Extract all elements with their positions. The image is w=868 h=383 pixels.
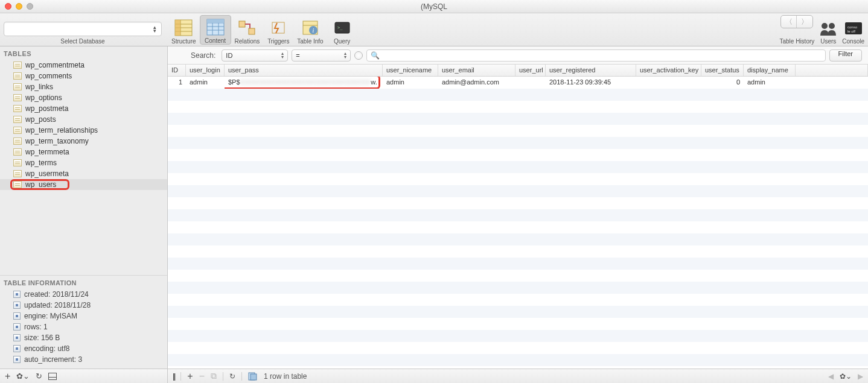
table-info-item: rows: 1 <box>0 321 167 332</box>
table-header-row: IDuser_loginuser_passuser_nicenameuser_e… <box>168 65 868 77</box>
add-row-button[interactable]: + <box>187 371 193 382</box>
page-gear-icon[interactable]: ✿⌄ <box>840 372 852 381</box>
main-content: Search: ID▴▾ =▴▾ 🔍 Filter IDuser_loginus… <box>168 46 868 383</box>
sidebar-table-wp-commentmeta[interactable]: wp_commentmeta <box>0 60 167 71</box>
sidebar-table-wp-term-relationships[interactable]: wp_term_relationships <box>0 125 167 136</box>
svg-rect-14 <box>249 28 255 34</box>
sidebar-table-wp-termmeta[interactable]: wp_termmeta <box>0 147 167 157</box>
table-icon <box>13 127 22 134</box>
sidebar-item-label: wp_posts <box>25 115 56 124</box>
svg-point-22 <box>822 23 828 29</box>
cell-user-registered[interactable]: 2018-11-23 09:39:45 <box>546 77 636 89</box>
cell-user-url[interactable] <box>515 77 546 89</box>
sidebar-table-wp-options[interactable]: wp_options <box>0 92 167 103</box>
column-header-user-pass[interactable]: user_pass <box>225 65 383 76</box>
svg-rect-30 <box>251 374 257 380</box>
pagination-icon[interactable] <box>248 372 258 381</box>
triggers-button[interactable]: Triggers <box>263 16 293 45</box>
info-icon <box>13 323 21 331</box>
structure-button[interactable]: Structure <box>168 16 200 45</box>
table-gear-icon[interactable]: ✿⌄ <box>16 372 30 381</box>
table-info-button[interactable]: i Table Info <box>293 16 327 45</box>
info-icon <box>13 356 21 363</box>
tables-header: TABLES <box>0 46 167 60</box>
row-count-label: 1 row in table <box>264 372 307 381</box>
column-header-user-url[interactable]: user_url <box>515 65 546 76</box>
history-back-icon[interactable]: 〈 <box>781 16 797 28</box>
sidebar-table-wp-usermeta[interactable]: wp_usermeta <box>0 168 167 179</box>
add-table-button[interactable]: + <box>5 371 10 382</box>
search-radio[interactable] <box>354 51 363 60</box>
sidebar-item-label: wp_comments <box>25 72 72 80</box>
refresh-content-button[interactable]: ↻ <box>229 372 235 381</box>
prev-page-button[interactable]: ◀ <box>828 372 834 381</box>
cell-user-email[interactable]: admin@admin.com <box>438 77 515 89</box>
sidebar-table-wp-users[interactable]: wp_users <box>0 179 167 190</box>
sidebar-item-label: wp_usermeta <box>25 169 69 178</box>
sidebar-item-label: wp_options <box>25 93 62 102</box>
window-title: (MySQL <box>421 2 447 11</box>
refresh-tables-button[interactable]: ↻ <box>36 372 42 381</box>
toggle-panel-button[interactable] <box>48 373 57 380</box>
content-button[interactable]: Content <box>200 15 231 45</box>
sidebar-table-wp-links[interactable]: wp_links <box>0 81 167 92</box>
filter-button[interactable]: Filter <box>829 49 862 62</box>
column-header-user-status[interactable]: user_status <box>701 65 744 76</box>
minimize-button[interactable] <box>16 3 22 10</box>
table-row[interactable]: 1admin$P$XXXXXXXXXXXXXXXXXXXXXXXXXXw.adm… <box>168 77 868 89</box>
columns-icon[interactable]: ||| <box>173 372 174 381</box>
sidebar-table-wp-posts[interactable]: wp_posts <box>0 114 167 125</box>
query-button[interactable]: >_ Query <box>327 16 357 45</box>
relations-button[interactable]: Relations <box>231 16 264 45</box>
sidebar-table-wp-terms[interactable]: wp_terms <box>0 157 167 168</box>
sidebar-item-label: wp_terms <box>25 159 57 167</box>
cell-user-login[interactable]: admin <box>186 77 225 89</box>
table-body[interactable]: 1admin$P$XXXXXXXXXXXXXXXXXXXXXXXXXXw.adm… <box>168 77 868 369</box>
cell-user-activation-key[interactable] <box>636 77 701 89</box>
search-bar: Search: ID▴▾ =▴▾ 🔍 Filter <box>168 46 868 65</box>
cell-display-name[interactable]: admin <box>744 77 796 89</box>
database-selector[interactable]: ▴▾ <box>4 22 162 36</box>
column-header-user-registered[interactable]: user_registered <box>546 65 636 76</box>
table-icon <box>13 105 22 112</box>
table-info-icon: i <box>299 17 322 38</box>
toolbar: ▴▾ Select Database Structure Content Rel… <box>0 13 868 46</box>
cell-user-nicename[interactable]: admin <box>383 77 438 89</box>
console-button[interactable]: console off Console <box>842 19 864 45</box>
column-header-user-email[interactable]: user_email <box>438 65 515 76</box>
next-page-button[interactable]: ▶ <box>858 372 863 381</box>
column-header-ID[interactable]: ID <box>168 65 186 76</box>
history-forward-icon[interactable]: 〉 <box>797 16 812 28</box>
column-header-user-nicename[interactable]: user_nicename <box>383 65 438 76</box>
svg-text:le off: le off <box>847 30 855 33</box>
users-button[interactable]: Users <box>818 19 838 45</box>
sidebar-table-wp-postmeta[interactable]: wp_postmeta <box>0 103 167 114</box>
cell-ID[interactable]: 1 <box>168 77 186 89</box>
table-icon <box>13 94 22 101</box>
column-header-display-name[interactable]: display_name <box>744 65 796 76</box>
sidebar-item-label: wp_term_relationships <box>25 126 98 135</box>
sidebar-table-wp-comments[interactable]: wp_comments <box>0 71 167 81</box>
titlebar: (MySQL <box>0 0 868 13</box>
svg-text:conso: conso <box>847 25 858 29</box>
remove-row-button[interactable]: − <box>199 371 205 382</box>
table-history-nav[interactable]: 〈 〉 <box>780 15 813 28</box>
search-operator-select[interactable]: =▴▾ <box>292 49 351 62</box>
search-input[interactable]: 🔍 <box>366 49 825 62</box>
zoom-button[interactable] <box>27 3 33 10</box>
sidebar-table-wp-term-taxonomy[interactable]: wp_term_taxonomy <box>0 136 167 147</box>
info-icon <box>13 291 21 298</box>
close-button[interactable] <box>5 3 11 10</box>
column-header-user-login[interactable]: user_login <box>186 65 225 76</box>
sidebar-item-label: wp_users <box>25 180 56 189</box>
users-icon <box>818 19 838 38</box>
cell-user-pass[interactable]: $P$XXXXXXXXXXXXXXXXXXXXXXXXXXw. <box>225 77 383 89</box>
column-header-user-activation-key[interactable]: user_activation_key <box>636 65 701 76</box>
info-icon <box>13 302 21 309</box>
search-field-select[interactable]: ID▴▾ <box>222 49 288 62</box>
svg-rect-5 <box>175 20 180 36</box>
table-icon <box>13 116 22 123</box>
duplicate-row-button[interactable]: ⧉ <box>211 371 217 381</box>
cell-user-status[interactable]: 0 <box>701 77 744 89</box>
svg-text:>_: >_ <box>337 25 343 30</box>
